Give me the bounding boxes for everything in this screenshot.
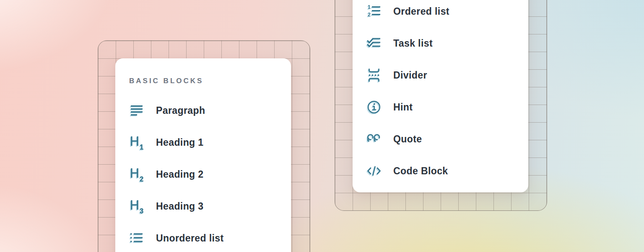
menu-item-label: Heading 1 — [156, 137, 204, 148]
divider-icon — [366, 68, 382, 83]
menu-item-label: Task list — [393, 38, 433, 49]
menu-item-label: Hint — [393, 102, 413, 113]
menu-item-heading-2[interactable]: H2 Heading 2 — [115, 158, 291, 190]
menu-item-heading-3[interactable]: H3 Heading 3 — [115, 190, 291, 222]
menu-item-paragraph[interactable]: Paragraph — [115, 94, 291, 126]
quote-icon — [366, 131, 382, 147]
menu-item-label: Heading 3 — [156, 201, 204, 212]
svg-text:2: 2 — [368, 12, 371, 18]
menu-item-heading-1[interactable]: H1 Heading 1 — [115, 126, 291, 158]
menu-item-label: Divider — [393, 70, 427, 81]
menu-item-label: Quote — [393, 134, 422, 145]
menu-item-unordered-list[interactable]: Unordered list — [115, 222, 291, 252]
basic-blocks-list: Paragraph H1 Heading 1 H2 Heading 2 H3 H… — [115, 94, 291, 252]
block-menu-basic-blocks: BASIC BLOCKS Paragraph H1 Heading 1 H2 H… — [115, 58, 291, 252]
menu-item-hint[interactable]: Hint — [353, 91, 528, 123]
menu-item-task-list[interactable]: Task list — [353, 27, 528, 59]
menu-item-ordered-list[interactable]: 1 2 Ordered list — [353, 0, 528, 27]
unordered-list-icon — [129, 231, 144, 246]
paragraph-icon — [129, 103, 144, 118]
code-block-icon — [366, 163, 382, 178]
menu-item-label: Ordered list — [393, 6, 449, 17]
section-label: BASIC BLOCKS — [129, 77, 203, 85]
menu-item-label: Paragraph — [156, 105, 205, 116]
menu-item-label: Code Block — [393, 165, 448, 177]
svg-text:1: 1 — [368, 4, 371, 10]
advanced-blocks-list: 1 2 Ordered list Task list — [353, 0, 528, 187]
marketing-background: { "theme": { "icon_color": "#35768E", "i… — [0, 0, 644, 252]
hint-icon — [366, 100, 382, 115]
heading-3-icon: H3 — [129, 199, 144, 214]
heading-2-icon: H2 — [129, 167, 144, 182]
heading-1-icon: H1 — [129, 135, 144, 150]
menu-item-label: Unordered list — [156, 233, 224, 244]
menu-item-divider[interactable]: Divider — [353, 59, 528, 91]
menu-item-label: Heading 2 — [156, 169, 204, 180]
menu-item-code-block[interactable]: Code Block — [353, 155, 528, 187]
ordered-list-icon: 1 2 — [366, 4, 382, 19]
block-menu-advanced-blocks: 1 2 Ordered list Task list — [353, 0, 528, 192]
task-list-icon — [366, 36, 382, 51]
menu-item-quote[interactable]: Quote — [353, 123, 528, 155]
